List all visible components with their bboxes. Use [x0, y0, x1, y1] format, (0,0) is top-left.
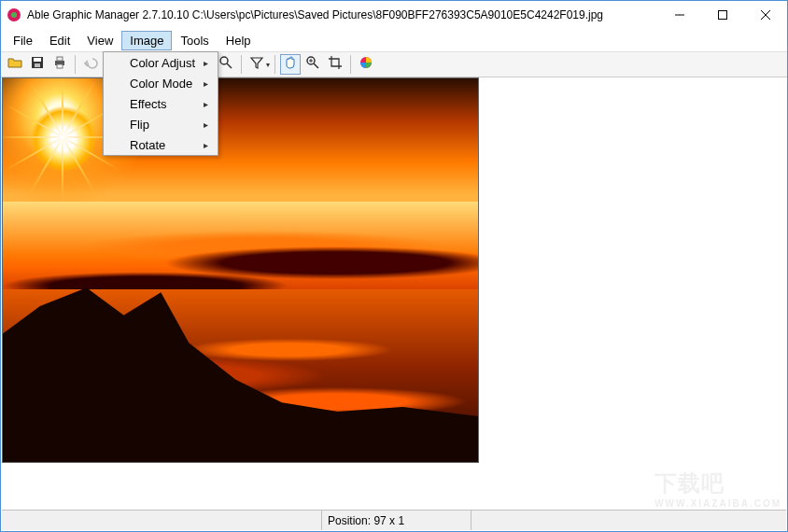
svg-point-1: [11, 12, 17, 18]
chevron-down-icon[interactable]: ▾: [266, 61, 270, 69]
menu-item-effects[interactable]: Effects▸: [104, 93, 218, 114]
title-bar: Able Graphic Manager 2.7.10.10 C:\Users\…: [1, 1, 787, 29]
maximize-button[interactable]: [701, 1, 744, 29]
minimize-button[interactable]: [658, 1, 701, 29]
menu-tools[interactable]: Tools: [172, 31, 217, 50]
print-icon: [52, 55, 67, 74]
close-button[interactable]: [744, 1, 787, 29]
crop-icon: [328, 55, 343, 74]
menu-item-rotate[interactable]: Rotate▸: [104, 134, 218, 155]
svg-rect-7: [34, 58, 41, 62]
app-icon: [7, 7, 21, 22]
filter-icon: [249, 55, 264, 74]
window-controls: [658, 1, 787, 29]
filter-button[interactable]: [246, 54, 267, 75]
menu-view[interactable]: View: [78, 31, 121, 50]
toolbar-separator: [241, 55, 242, 74]
print-button[interactable]: [49, 54, 70, 75]
menu-item-label: Effects: [130, 97, 167, 111]
undo-icon: [83, 55, 98, 74]
toolbar-separator: [350, 55, 351, 74]
menu-help[interactable]: Help: [218, 31, 260, 50]
menu-item-label: Rotate: [130, 138, 165, 152]
menu-image[interactable]: Image: [121, 31, 172, 50]
status-position-label: Position:: [328, 514, 371, 527]
svg-rect-8: [35, 63, 40, 67]
image-content-mountains: [3, 251, 478, 462]
sun-ray: [62, 77, 63, 137]
color-wheel-button[interactable]: [356, 54, 376, 75]
svg-point-12: [220, 57, 228, 64]
menu-edit[interactable]: Edit: [41, 31, 78, 50]
menu-item-color-adjust[interactable]: Color Adjust▸: [104, 52, 218, 73]
toolbar-separator: [75, 55, 76, 74]
magnifier-plus-icon: [305, 55, 320, 74]
menu-item-label: Color Mode: [130, 77, 192, 91]
chevron-right-icon: ▸: [204, 140, 208, 150]
chevron-right-icon: ▸: [204, 58, 208, 68]
magnifier-icon: [218, 55, 233, 74]
sun-ray: [2, 136, 63, 138]
menu-item-flip[interactable]: Flip▸: [104, 114, 218, 134]
menu-file[interactable]: File: [5, 31, 41, 50]
save-icon: [30, 55, 45, 74]
svg-rect-10: [57, 57, 63, 61]
svg-line-13: [227, 63, 232, 68]
toolbar-separator: [274, 55, 275, 74]
menu-item-label: Flip: [130, 118, 149, 132]
zoom-tool-button[interactable]: [216, 54, 236, 75]
svg-line-15: [314, 63, 318, 68]
undo-button[interactable]: [80, 54, 101, 75]
zoom-in-button[interactable]: [303, 54, 323, 75]
status-position-value: 97 x 1: [373, 514, 404, 527]
menu-item-label: Color Adjust: [130, 56, 195, 70]
status-cell-right: [471, 511, 786, 530]
crop-button[interactable]: [325, 54, 345, 75]
image-menu-dropdown: Color Adjust▸ Color Mode▸ Effects▸ Flip▸…: [103, 51, 218, 156]
svg-rect-11: [57, 64, 63, 68]
image-view[interactable]: [2, 77, 479, 463]
chevron-right-icon: ▸: [204, 78, 208, 89]
color-wheel-icon: [359, 55, 373, 74]
chevron-right-icon: ▸: [204, 99, 208, 109]
status-cell-left: [2, 511, 321, 530]
svg-rect-3: [719, 11, 727, 20]
sun-ray: [62, 137, 63, 203]
hand-icon: [283, 55, 298, 74]
save-button[interactable]: [27, 54, 48, 75]
window-title: Able Graphic Manager 2.7.10.10 C:\Users\…: [27, 8, 658, 21]
status-bar: Position: 97 x 1: [2, 510, 786, 530]
open-icon: [7, 55, 22, 74]
open-button[interactable]: [5, 54, 25, 75]
hand-tool-button[interactable]: [280, 54, 301, 75]
menu-bar: File Edit View Image Tools Help: [1, 29, 787, 51]
status-position: Position: 97 x 1: [321, 511, 471, 530]
chevron-right-icon: ▸: [204, 119, 208, 130]
menu-item-color-mode[interactable]: Color Mode▸: [104, 73, 218, 93]
